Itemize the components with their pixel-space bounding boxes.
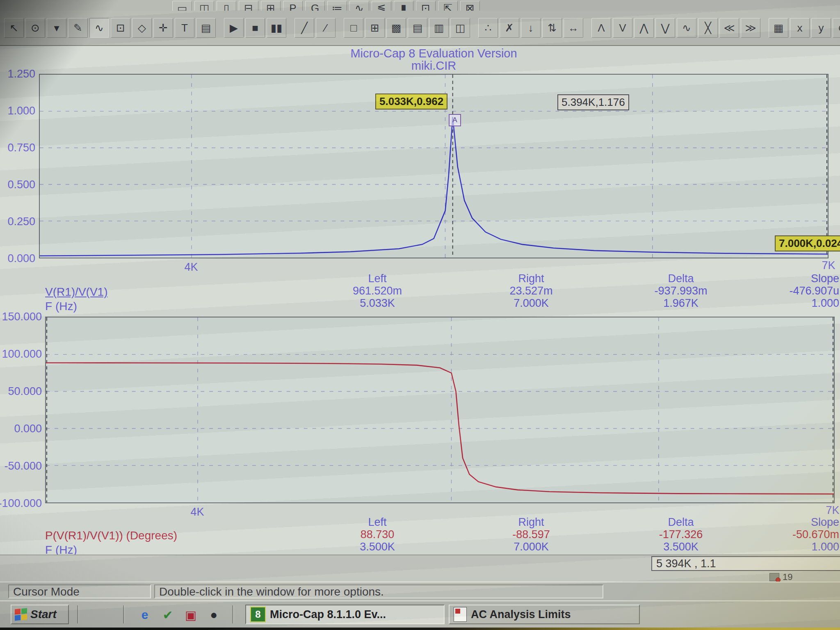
toolbar-text-tool-button[interactable]: T bbox=[175, 18, 194, 38]
toolbar-properties-button[interactable]: ▤ bbox=[196, 18, 216, 38]
readout-freq: 7.000K bbox=[470, 541, 593, 553]
toolbar-step-left-button[interactable]: ≪ bbox=[719, 18, 739, 38]
toolbar-edit-pencil-button[interactable]: ✎ bbox=[68, 18, 88, 38]
toolbar-p-key-button[interactable]: P bbox=[283, 1, 303, 11]
readout-value: 88.730 bbox=[316, 528, 439, 541]
cursor-a-marker: A bbox=[449, 114, 461, 126]
toolbar-go-to-x-button[interactable]: x bbox=[790, 18, 810, 38]
toolbar-component-button[interactable]: ⊙ bbox=[25, 18, 45, 38]
windows-taskbar: Start e✔▣● 8 Micro-Cap 8.1.1.0 Ev... AC … bbox=[0, 600, 840, 628]
toolbar-export-button[interactable]: ⇱ bbox=[438, 1, 458, 11]
taskbar-button-label: AC Analysis Limits bbox=[471, 608, 571, 621]
toolbar-data-points-button[interactable]: ∴ bbox=[478, 18, 498, 38]
readout-header-slope: Slope bbox=[722, 272, 839, 285]
toolbar-pattern-cols-button[interactable]: ▥ bbox=[429, 18, 449, 38]
toolbar-polygon-button[interactable]: ◇ bbox=[132, 18, 152, 38]
toolbar-wire-tool-button[interactable]: ⁄ bbox=[316, 18, 336, 38]
toolbar-pause-button[interactable]: ▮▮ bbox=[267, 18, 286, 38]
left-cursor-tag: 5.033K,0.962 bbox=[375, 94, 447, 110]
eval-version-title: Micro-Cap 8 Evaluation Version bbox=[39, 47, 829, 60]
toolbar-go-to-y-button[interactable]: y bbox=[811, 18, 831, 38]
top-x-axis-label: F (Hz) bbox=[45, 300, 77, 313]
toolbar-grid-page-button[interactable]: ⊞ bbox=[261, 1, 281, 11]
taskbar-divider bbox=[77, 605, 79, 623]
toolbar-tag-horizontal-button[interactable]: ↔ bbox=[564, 18, 583, 38]
bottom-plot-y-axis: 150.000100.00050.0000.000-50.000-100.000 bbox=[0, 317, 42, 503]
toolbar-window-tile-button[interactable]: ▭ bbox=[172, 1, 192, 11]
toolbar-go-to-low-button[interactable]: ⋁ bbox=[655, 18, 675, 38]
toolbar-frame-tool-button[interactable]: ⊡ bbox=[416, 1, 436, 11]
toolbar-pattern-solid-button[interactable]: ▩ bbox=[386, 18, 406, 38]
toolbar-select-box-button[interactable]: □ bbox=[344, 18, 363, 38]
taskbar-button-ac-analysis-limits[interactable]: AC Analysis Limits bbox=[449, 605, 640, 624]
start-button[interactable]: Start bbox=[11, 605, 69, 624]
toolbar-numeric-output-button[interactable]: ≔ bbox=[327, 1, 347, 11]
micro-cap-window: ▭◫▯⊟⊞PG≔∿≶▮⊡⇱⊠ ↖⊙▾✎∿⊡◇✛T▤▶■▮▮╱⁄□⊞▩▤▥◫∴✗↓… bbox=[0, 0, 840, 630]
readout-value: 961.520m bbox=[316, 285, 439, 297]
toolbar-probe-button[interactable]: ✛ bbox=[153, 18, 173, 38]
toolbar-component-dropdown-button[interactable]: ▾ bbox=[47, 18, 66, 38]
toolbar-go-to-cross-button[interactable]: ╳ bbox=[698, 18, 718, 38]
toolbar-waveform-buffer-button[interactable]: ∿ bbox=[349, 1, 369, 11]
analysis-plot-panel: Micro-Cap 8 Evaluation Version miki.CIR … bbox=[0, 46, 840, 555]
toolbar-go-to-high-button[interactable]: ⋀ bbox=[634, 18, 654, 38]
readout-freq: 7.000K bbox=[470, 297, 593, 310]
toolbar-zoom-button[interactable]: ⊕ bbox=[833, 18, 840, 38]
toolbar-tag-vertical-button[interactable]: ⇅ bbox=[542, 18, 562, 38]
toolbar-line-tool-button[interactable]: ╱ bbox=[294, 18, 314, 38]
y-tick-label: -100.000 bbox=[0, 497, 42, 510]
toolbar-row-top: ▭◫▯⊟⊞PG≔∿≶▮⊡⇱⊠ bbox=[0, 0, 840, 11]
toolbar-close-window-button[interactable]: ⊠ bbox=[460, 1, 480, 11]
top-x-tick-7k: 7K bbox=[822, 259, 835, 272]
toolbar-scope-window-button[interactable]: ⊡ bbox=[111, 18, 130, 38]
toolbar-bar-tool-button[interactable]: ▮ bbox=[394, 1, 413, 11]
toolbar-select-arrow-button[interactable]: ↖ bbox=[4, 18, 24, 38]
toolbar-run-button[interactable]: ▶ bbox=[224, 18, 244, 38]
top-plot[interactable]: 5.033K,0.962 A 5.394K,1.176 7.000K,0.024 bbox=[39, 74, 829, 258]
toolbar-go-to-valley-button[interactable]: V bbox=[613, 18, 632, 38]
windows-logo-icon bbox=[15, 608, 27, 621]
y-tick-label: 0.250 bbox=[7, 215, 35, 228]
quick-launch-save-disk-icon[interactable]: ▣ bbox=[181, 605, 200, 624]
toolbar-window-cascade-button[interactable]: ◫ bbox=[194, 1, 214, 11]
toolbar-cursor-tool-button[interactable]: ✗ bbox=[500, 18, 519, 38]
toolbar-step-right-button[interactable]: ≫ bbox=[741, 18, 760, 38]
readout-header-slope: Slope bbox=[722, 516, 839, 529]
readout-freq: 1.000 bbox=[722, 297, 839, 310]
y-tick-label: 1.000 bbox=[7, 105, 35, 117]
circuit-file-name: miki.CIR bbox=[39, 59, 829, 73]
taskbar-divider bbox=[232, 605, 234, 623]
readout-value: -50.670m bbox=[722, 528, 839, 541]
toolbar-stop-button[interactable]: ■ bbox=[245, 18, 265, 38]
magnitude-signal-label[interactable]: V(R1)/V(V1) bbox=[45, 285, 107, 299]
toolbar-g-key-button[interactable]: G bbox=[305, 1, 325, 11]
taskbar-button-micro-cap[interactable]: 8 Micro-Cap 8.1.1.0 Ev... bbox=[245, 605, 445, 624]
toolbar-numeric-table-button[interactable]: ▦ bbox=[769, 18, 788, 38]
toolbar-pattern-split-button[interactable]: ◫ bbox=[450, 18, 470, 38]
toolbar-page-stack-button[interactable]: ▯ bbox=[217, 1, 236, 11]
taskbar-button-label: Micro-Cap 8.1.1.0 Ev... bbox=[270, 608, 386, 621]
toolbar-grid-button[interactable]: ⊞ bbox=[365, 18, 385, 38]
toolbar-go-to-wave-button[interactable]: ∿ bbox=[677, 18, 696, 38]
corner-badge-text: 19 bbox=[783, 572, 792, 582]
toolbar-limits-button[interactable]: ≶ bbox=[372, 1, 391, 11]
toolbar-waveform-window-button[interactable]: ∿ bbox=[89, 18, 109, 38]
bottom-x-tick-4k: 4K bbox=[190, 506, 204, 518]
monitor-bezel-edge bbox=[0, 628, 840, 630]
bottom-plot[interactable] bbox=[45, 317, 835, 503]
quick-launch-mail-check-icon[interactable]: ✔ bbox=[158, 605, 177, 624]
toolbar-pattern-rows-button[interactable]: ▤ bbox=[408, 18, 427, 38]
toolbar-copy-page-button[interactable]: ⊟ bbox=[239, 1, 258, 11]
y-tick-label: 0.000 bbox=[14, 422, 42, 435]
y-tick-label: 150.000 bbox=[2, 310, 42, 323]
y-tick-label: 100.000 bbox=[2, 348, 42, 361]
quick-launch-internet-explorer-icon[interactable]: e bbox=[135, 605, 154, 624]
phase-signal-label[interactable]: P(V(R1)/V(V1)) (Degrees) bbox=[45, 529, 177, 542]
readout-freq: 3.500K bbox=[316, 541, 439, 553]
toolbar-go-to-peak-button[interactable]: Λ bbox=[591, 18, 611, 38]
toolbar-tag-point-button[interactable]: ↓ bbox=[521, 18, 541, 38]
print-preview-icon bbox=[769, 573, 779, 581]
phase-curve bbox=[46, 317, 834, 502]
readout-header-right: Right bbox=[470, 272, 593, 285]
quick-launch-media-player-icon[interactable]: ● bbox=[204, 605, 223, 624]
